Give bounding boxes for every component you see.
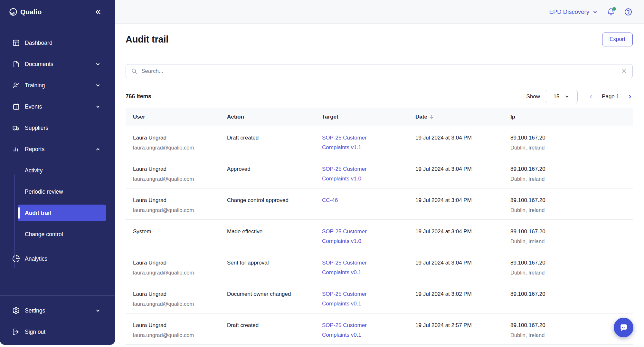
- ip-value: 89.100.167.20: [510, 135, 545, 141]
- sidebar-item-label: Audit trail: [25, 210, 51, 217]
- sidebar-item-suppliers[interactable]: Suppliers: [0, 120, 115, 136]
- column-header-user[interactable]: User: [126, 114, 220, 120]
- export-button[interactable]: Export: [602, 33, 633, 46]
- target-link-line: Complaints v0.1: [322, 268, 405, 277]
- user-name: Laura Ungrad: [133, 197, 166, 203]
- sidebar-item-change-control[interactable]: Change control: [0, 226, 115, 243]
- ip-value: 89.100.167.20: [510, 260, 545, 266]
- user-name: Laura Ungrad: [133, 166, 166, 172]
- sidebar-item-analytics[interactable]: Analytics: [0, 250, 115, 267]
- sidebar-item-training[interactable]: Training: [0, 77, 115, 94]
- date-value: 19 Jul 2024 at 2:57 PM: [415, 322, 472, 328]
- sidebar-header: Qualio: [0, 0, 115, 24]
- target-link[interactable]: SOP-25 CustomerComplaints v0.1: [322, 321, 405, 340]
- topbar: EPD Discovery: [115, 0, 644, 24]
- column-label: Action: [227, 114, 244, 120]
- ip-value: 89.100.167.20: [510, 228, 545, 235]
- page-size-select[interactable]: 15: [545, 90, 578, 103]
- sidebar-item-label: Reports: [25, 146, 44, 153]
- ip-location: Dublin, Ireland: [510, 174, 630, 184]
- target-link-line: SOP-25 Customer: [322, 289, 405, 299]
- date-cell: 19 Jul 2024 at 3:04 PM: [408, 126, 503, 157]
- ip-location: Dublin, Ireland: [510, 330, 630, 340]
- table-body: Laura Ungrad laura.ungrad@qualio.com Dra…: [126, 126, 633, 345]
- column-header-date[interactable]: Date: [408, 114, 503, 120]
- items-count: 766 items: [126, 93, 151, 100]
- sidebar-item-documents[interactable]: Documents: [0, 56, 115, 72]
- date-value: 19 Jul 2024 at 3:04 PM: [415, 260, 472, 266]
- sidebar-item-reports[interactable]: Reports: [0, 141, 115, 158]
- sidebar-item-periodic-review[interactable]: Periodic review: [0, 183, 115, 200]
- column-label: Target: [322, 114, 338, 120]
- target-link-line: Complaints v0.1: [322, 330, 405, 340]
- sidebar-item-activity[interactable]: Activity: [0, 162, 115, 179]
- sidebar-item-events[interactable]: Events: [0, 98, 115, 115]
- user-cell: Laura Ungrad laura.ungrad@qualio.com: [126, 126, 220, 157]
- target-link-line: Complaints v1.0: [322, 236, 405, 246]
- target-link-line: SOP-25 Customer: [322, 258, 405, 268]
- page-title: Audit trail: [126, 34, 168, 45]
- date-cell: 19 Jul 2024 at 3:04 PM: [408, 188, 503, 219]
- date-value: 19 Jul 2024 at 3:04 PM: [415, 135, 472, 141]
- action-label: Draft created: [227, 135, 259, 141]
- date-cell: 19 Jul 2024 at 3:04 PM: [408, 220, 503, 251]
- previous-page-icon[interactable]: [588, 94, 593, 99]
- sidebar-item-settings[interactable]: Settings: [0, 302, 115, 319]
- sidebar-item-audit-trail[interactable]: Audit trail: [18, 205, 106, 221]
- help-icon[interactable]: [624, 8, 632, 16]
- chevron-down-icon: [592, 9, 598, 14]
- user-cell: Laura Ungrad laura.ungrad@qualio.com: [126, 251, 220, 282]
- ip-cell: 89.100.167.20 Dublin, Ireland: [503, 188, 633, 219]
- chevron-down-icon: [95, 308, 100, 313]
- next-page-icon[interactable]: [628, 94, 633, 99]
- ip-location: Dublin, Ireland: [510, 205, 630, 215]
- chat-fab-button[interactable]: [614, 318, 633, 337]
- target-link[interactable]: SOP-25 CustomerComplaints v1.0: [322, 164, 405, 184]
- action-cell: Change control approved: [220, 188, 315, 219]
- sidebar-item-dashboard[interactable]: Dashboard: [0, 34, 115, 51]
- ip-location: Dublin, Ireland: [510, 268, 630, 277]
- sidebar-item-label: Events: [25, 103, 42, 110]
- target-link-line: SOP-25 Customer: [322, 227, 405, 236]
- user-cell: Laura Ungrad laura.ungrad@qualio.com: [126, 313, 220, 344]
- user-name: Laura Ungrad: [133, 291, 166, 297]
- content: Audit trail Export 766 items Show 15: [115, 31, 644, 345]
- date-cell: 19 Jul 2024 at 3:02 PM: [408, 282, 503, 313]
- column-header-ip[interactable]: Ip: [503, 114, 633, 120]
- table-row: Laura Ungrad laura.ungrad@qualio.com Dra…: [126, 126, 633, 157]
- target-link[interactable]: SOP-25 CustomerComplaints v1.0: [322, 227, 405, 246]
- sidebar-item-label: Dashboard: [25, 40, 52, 46]
- pie-chart-icon: [12, 255, 20, 263]
- sidebar-item-label: Sign out: [25, 329, 45, 335]
- sidebar-collapse-icon[interactable]: [94, 8, 102, 16]
- chevron-down-icon: [95, 83, 100, 88]
- ip-value: 89.100.167.20: [510, 291, 545, 297]
- date-value: 19 Jul 2024 at 3:04 PM: [415, 197, 472, 203]
- target-link[interactable]: SOP-25 CustomerComplaints v0.1: [322, 258, 405, 277]
- table-header: User Action Target Date Ip: [126, 108, 633, 126]
- sidebar-item-sign-out[interactable]: Sign out: [0, 323, 115, 340]
- ip-cell: 89.100.167.20 Dublin, Ireland: [503, 126, 633, 157]
- action-label: Approved: [227, 166, 251, 172]
- target-link[interactable]: SOP-25 CustomerComplaints v1.1: [322, 133, 405, 152]
- chevron-down-icon: [95, 62, 100, 67]
- sort-descending-icon: [429, 114, 434, 120]
- clear-search-icon[interactable]: [621, 68, 627, 74]
- user-name: Laura Ungrad: [133, 260, 166, 266]
- notifications-bell-icon[interactable]: [607, 8, 615, 16]
- target-link-line: Complaints v0.1: [322, 299, 405, 309]
- column-header-action[interactable]: Action: [220, 114, 315, 120]
- target-link[interactable]: CC-46: [322, 196, 405, 205]
- action-label: Made effective: [227, 228, 262, 235]
- column-header-target[interactable]: Target: [315, 114, 408, 120]
- date-cell: 19 Jul 2024 at 3:04 PM: [408, 157, 503, 188]
- search-input[interactable]: [141, 68, 617, 74]
- page-indicator: Page 1: [602, 93, 619, 100]
- target-link[interactable]: SOP-25 CustomerComplaints v0.1: [322, 289, 405, 309]
- table-row: System Made effective SOP-25 CustomerCom…: [126, 220, 633, 251]
- action-label: Draft created: [227, 322, 259, 328]
- target-link-line: SOP-25 Customer: [322, 133, 405, 143]
- workspace-switcher[interactable]: EPD Discovery: [549, 8, 598, 15]
- column-label: User: [133, 114, 145, 120]
- search-icon: [131, 68, 137, 74]
